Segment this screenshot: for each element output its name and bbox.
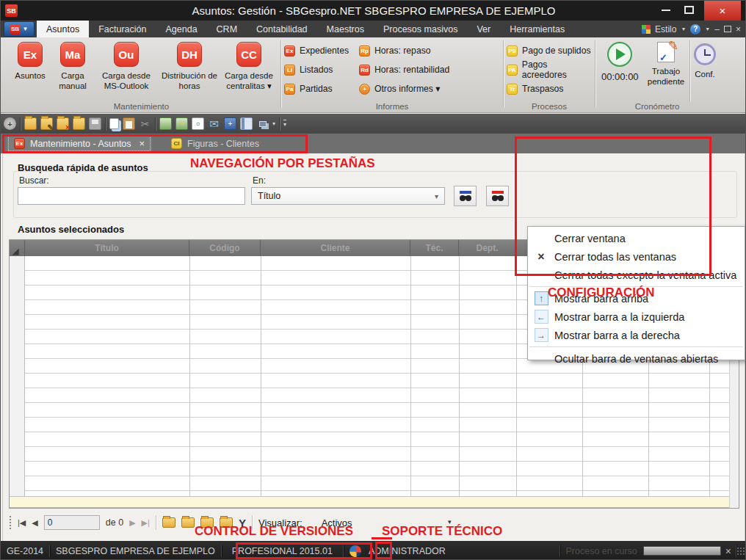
cancel-process-icon[interactable]: ×	[721, 545, 736, 557]
chevron-down-icon[interactable]: ▾	[272, 120, 275, 127]
trabajo-pendiente-button[interactable]: Trabajo pendiente	[645, 42, 687, 87]
grid-select-all[interactable]: ◢	[10, 240, 25, 256]
chevron-down-icon[interactable]: ▼	[705, 26, 710, 32]
column-header-titulo[interactable]: Título	[25, 240, 189, 256]
buscar-input[interactable]	[18, 187, 245, 205]
support-icon[interactable]	[350, 545, 361, 557]
new-folder-icon[interactable]	[162, 517, 175, 528]
search-advanced-button[interactable]	[486, 186, 509, 206]
content-area: Busqueda rápida de asuntos Buscar: En: T…	[2, 153, 745, 541]
tab-herramientas[interactable]: Herramientas	[500, 21, 574, 37]
group-label-procesos: Procesos	[505, 102, 593, 111]
horas-rentabilidad-button[interactable]: Rd Horas: rentabilidad	[359, 62, 449, 77]
column-header-dept[interactable]: Dept.	[459, 240, 516, 256]
save-icon[interactable]	[89, 117, 101, 130]
carga-centralitas-icon: CC	[236, 42, 261, 67]
mail-icon[interactable]: ✉	[208, 117, 220, 130]
help-icon[interactable]: ?	[690, 24, 700, 34]
quick-print-icon[interactable]: ⌁	[175, 117, 188, 130]
tab-agenda[interactable]: Agenda	[156, 21, 206, 37]
next-record-button[interactable]: ▶	[129, 518, 135, 528]
tab-procesos-masivos[interactable]: Procesos masivos	[374, 21, 467, 37]
cut-icon[interactable]: ✂	[139, 117, 151, 130]
menu-item-ocultar-barra[interactable]: Ocultar barra de ventanas abiertas	[528, 349, 745, 368]
column-header-cliente[interactable]: Cliente	[261, 240, 410, 256]
child-close-button[interactable]: ×	[736, 24, 741, 34]
timer-start-button[interactable]: 00:00:00	[601, 42, 639, 82]
estilo-button[interactable]: Estilo	[655, 24, 676, 34]
tab-contabilidad[interactable]: Contabilidad	[247, 21, 317, 37]
delete-record-icon[interactable]: ×	[57, 117, 69, 130]
distribucion-horas-button[interactable]: DH Distribución de horas	[160, 42, 219, 91]
menu-item-cerrar-ventana[interactable]: Cerrar ventana	[528, 229, 745, 247]
grid-new-row[interactable]	[10, 496, 739, 508]
status-user: ADMINISTRADOR	[363, 546, 452, 556]
minimize-button[interactable]	[662, 10, 670, 11]
navigator-icon[interactable]: +	[4, 117, 16, 130]
status-process-label: Proceso en curso	[560, 546, 643, 556]
menu-item-barra-izquierda[interactable]: ← Mostrar barra a la izquierda	[528, 308, 745, 326]
partidas-button[interactable]: Pa Partidas	[284, 81, 333, 96]
print-icon[interactable]	[159, 117, 172, 130]
import-record-icon[interactable]: ↓	[73, 117, 85, 130]
tab-maestros[interactable]: Maestros	[317, 21, 374, 37]
window-tab-mantenimiento-asuntos[interactable]: Ex Mantenimiento - Asuntos ×	[7, 134, 152, 153]
status-bar: GE-2014 SBGESPRO EMPRESA DE EJEMPLO PROF…	[1, 541, 746, 560]
child-minimize-button[interactable]: –	[714, 24, 720, 34]
resize-grip[interactable]	[736, 547, 745, 556]
close-tab-icon[interactable]: ×	[140, 138, 145, 149]
copy-icon[interactable]	[109, 118, 119, 129]
app-menu-button[interactable]: SB ▼	[4, 21, 35, 37]
journal-icon[interactable]	[240, 117, 253, 130]
prev-record-button[interactable]: ◀	[32, 518, 37, 528]
edit-record-icon[interactable]: ✎	[40, 117, 53, 130]
carga-centralitas-button[interactable]: CC Carga desde centralitas ▾	[220, 42, 278, 91]
tab-ver[interactable]: Ver	[467, 21, 500, 37]
application-window: SB Asuntos: Gestión - SBGespro.NET SBGES…	[0, 0, 746, 560]
play-icon	[607, 42, 632, 67]
close-button[interactable]: ×	[704, 1, 741, 21]
menu-bar: SB ▼ Asuntos Facturación Agenda CRM Cont…	[1, 21, 746, 37]
tab-asuntos[interactable]: Asuntos	[37, 21, 89, 37]
pagos-acreedores-button[interactable]: PA Pagos acreedores	[507, 62, 593, 77]
record-number-input[interactable]	[44, 515, 100, 530]
ribbon-separator	[689, 40, 690, 102]
traspasos-button[interactable]: Tr Traspasos	[507, 81, 563, 96]
conf-button[interactable]: Conf.	[692, 43, 717, 79]
drag-handle[interactable]	[9, 515, 12, 530]
carga-outlook-button[interactable]: Ou Carga desde MS-Outlook	[94, 42, 159, 91]
column-header-codigo[interactable]: Código	[189, 240, 261, 256]
open-folder-icon[interactable]	[181, 517, 195, 528]
open-folder-icon[interactable]	[24, 117, 37, 130]
column-header-tec[interactable]: Téc.	[410, 240, 459, 256]
chevron-down-icon[interactable]: ▼	[681, 26, 686, 32]
cascade-windows-icon[interactable]	[256, 117, 269, 130]
window-tab-figuras-clientes[interactable]: Cl Figuras - Clientes	[164, 134, 267, 153]
tab-crm[interactable]: CRM	[207, 21, 247, 37]
horas-repaso-button[interactable]: Rp Horas: repaso	[359, 43, 431, 58]
tab-facturacion[interactable]: Facturación	[89, 21, 156, 37]
menu-item-cerrar-todas[interactable]: × Cerrar todas las ventanas	[528, 247, 745, 266]
carga-manual-button[interactable]: Ma Carga manual	[53, 42, 93, 91]
menu-item-cerrar-excepto-activa[interactable]: Cerrar todas excepto la ventana activa	[528, 266, 745, 284]
expedientes-button[interactable]: Ex Expedientes	[284, 43, 349, 58]
chevron-down-icon: ▾	[435, 192, 438, 200]
maximize-button[interactable]	[684, 6, 694, 14]
notepad-pencil-icon	[657, 42, 675, 62]
menu-item-barra-derecha[interactable]: → Mostrar barra a la derecha	[528, 326, 745, 344]
asuntos-button[interactable]: Ex Asuntos	[9, 42, 51, 91]
last-record-button[interactable]: ▶|	[142, 518, 150, 528]
annotation-versions: CONTROL DE VERSIONES	[195, 524, 353, 539]
paste-icon[interactable]	[123, 117, 135, 130]
en-dropdown[interactable]: Título ▾	[251, 187, 445, 205]
toolbar-overflow-icon[interactable]: ▾	[283, 120, 286, 128]
search-tools-icon[interactable]: +	[224, 117, 236, 130]
listados-button[interactable]: Li Listados	[284, 62, 333, 77]
search-button[interactable]	[454, 186, 477, 206]
otros-informes-button[interactable]: + Otros informes ▾	[359, 81, 440, 96]
record-navigation-bar: |◀ ◀ de 0 ▶ ▶| Y Visualizar: Activos ▾	[9, 511, 739, 534]
pago-suplidos-button[interactable]: PS Pago de suplidos	[507, 43, 591, 58]
print-preview-icon[interactable]: ○	[192, 117, 204, 130]
child-restore-button[interactable]	[724, 26, 731, 32]
first-record-button[interactable]: |◀	[18, 518, 26, 528]
